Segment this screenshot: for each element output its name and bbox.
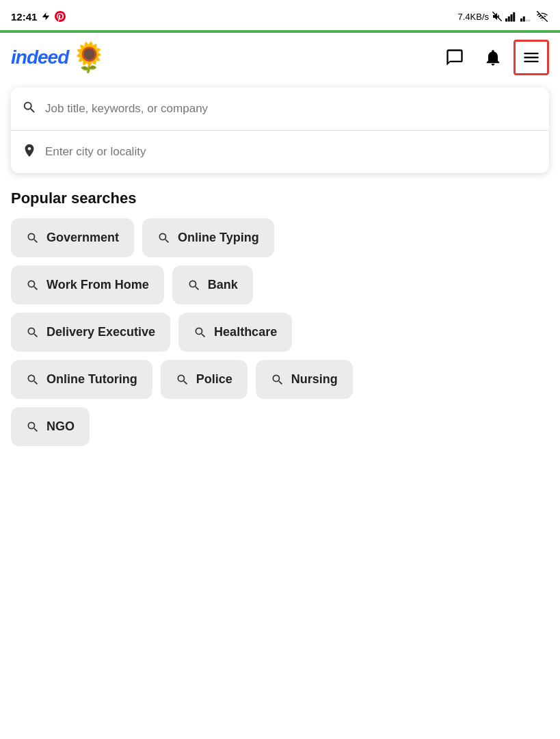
chat-button[interactable]	[437, 40, 472, 75]
notifications-button[interactable]	[475, 40, 511, 75]
mute-icon	[492, 11, 503, 22]
header-logo-area: indeed 🌻	[11, 43, 107, 72]
search-icon	[22, 100, 37, 115]
location-icon	[22, 143, 37, 158]
status-right-icons: 7.4KB/s	[457, 11, 549, 22]
search-container	[11, 88, 549, 173]
chips-row-2: Work From Home Bank	[11, 265, 549, 304]
hamburger-icon	[522, 48, 541, 67]
status-bar: 12:41 7.4KB/s	[0, 0, 560, 30]
search-icon	[157, 231, 171, 245]
svg-rect-2	[508, 16, 510, 22]
job-search-row	[11, 88, 549, 131]
search-icon	[26, 278, 40, 292]
chips-row-5: NGO	[11, 407, 549, 446]
signal2-icon	[520, 11, 533, 22]
bell-icon	[483, 48, 503, 67]
svg-rect-3	[511, 14, 513, 22]
job-search-icon-wrap	[22, 100, 37, 118]
chip-online-tutoring[interactable]: Online Tutoring	[11, 360, 152, 399]
chip-work-from-home[interactable]: Work From Home	[11, 265, 164, 304]
popular-searches-title: Popular searches	[0, 184, 560, 218]
chips-row-3: Delivery Executive Healthcare	[11, 313, 549, 352]
search-icon	[194, 326, 207, 339]
chips-row-4: Online Tutoring Police Nursing	[11, 360, 549, 399]
header-actions	[437, 40, 549, 75]
search-icon	[26, 420, 40, 434]
location-search-input[interactable]	[45, 145, 538, 159]
svg-rect-1	[505, 18, 507, 22]
menu-button[interactable]	[514, 40, 549, 75]
chips-area: Government Online Typing Work From Home …	[0, 218, 560, 446]
location-search-row	[11, 131, 549, 173]
chip-ngo[interactable]: NGO	[11, 407, 90, 446]
search-icon	[26, 373, 40, 387]
flash-icon	[41, 12, 51, 21]
status-time: 12:41	[11, 11, 66, 23]
chat-icon	[445, 48, 464, 67]
wifi-icon	[535, 11, 549, 22]
app-header: indeed 🌻	[0, 33, 560, 82]
indeed-logo: indeed	[11, 47, 68, 68]
signal1-icon	[505, 11, 518, 22]
chip-online-typing[interactable]: Online Typing	[142, 218, 274, 257]
search-icon	[26, 326, 40, 339]
svg-rect-6	[523, 16, 525, 22]
pinterest-icon	[55, 11, 66, 22]
svg-rect-5	[520, 18, 522, 22]
svg-rect-8	[528, 20, 530, 22]
location-icon-wrap	[22, 143, 37, 161]
search-icon	[187, 278, 201, 292]
search-icon	[271, 373, 284, 387]
chip-government[interactable]: Government	[11, 218, 134, 257]
search-icon	[176, 373, 189, 387]
indeed-logo-text: indeed	[11, 47, 68, 68]
popular-searches-section: Popular searches Government Online Typin…	[0, 184, 560, 446]
chip-police[interactable]: Police	[161, 360, 248, 399]
chip-bank[interactable]: Bank	[172, 265, 253, 304]
chip-healthcare[interactable]: Healthcare	[178, 313, 292, 352]
chip-nursing[interactable]: Nursing	[256, 360, 353, 399]
chip-delivery-executive[interactable]: Delivery Executive	[11, 313, 170, 352]
search-icon	[26, 231, 40, 245]
job-search-input[interactable]	[45, 102, 538, 116]
sunflower-emoji: 🌻	[71, 43, 107, 72]
svg-rect-7	[526, 20, 528, 22]
svg-rect-4	[513, 12, 515, 22]
chips-row-1: Government Online Typing	[11, 218, 549, 257]
